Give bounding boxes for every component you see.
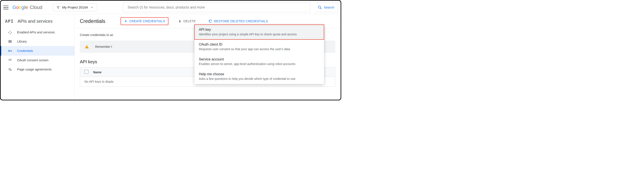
svg-point-13 [9,59,10,60]
dropdown-item-title: API key [199,28,320,32]
svg-rect-8 [11,40,12,43]
sidebar-item-oauth-consent[interactable]: OAuth consent screen [1,56,74,65]
dropdown-item-oauth-client[interactable]: OAuth client ID Requests user consent so… [194,39,324,54]
sidebar-item-library[interactable]: Library [1,37,74,46]
select-all-checkbox[interactable] [84,70,88,74]
delete-button[interactable]: DELETE [175,18,198,25]
project-name: My Project 20104 [62,5,88,9]
create-credentials-button[interactable]: CREATE CREDENTIALS [120,17,168,25]
page-title: Credentials [80,18,105,24]
warning-icon [85,44,89,49]
plus-icon [124,19,128,23]
top-bar: Google Cloud My Project 20104 Search [1,1,340,14]
notice-text: Remember t [95,45,112,48]
search-box[interactable] [123,2,310,12]
dropdown-item-desc: Enables server-to-server, app-level auth… [199,62,320,66]
enabled-apis-icon [8,30,12,34]
project-icon [56,5,60,9]
menu-icon[interactable] [3,5,8,10]
sidebar-item-page-usage[interactable]: Page usage agreements [1,65,74,74]
chevron-down-icon [90,5,94,9]
svg-point-9 [8,50,10,52]
sidebar-item-enabled-apis[interactable]: Enabled APIs and services [1,28,74,37]
dropdown-item-api-key[interactable]: API key Identifies your project using a … [194,25,324,39]
dropdown-item-title: OAuth client ID [199,43,320,46]
select-all-cell [84,70,93,74]
sidebar-header: API APIs and services [1,17,74,28]
agreements-icon [8,67,12,71]
main-area: API APIs and services Enabled APIs and s… [1,14,340,100]
sidebar-title: APIs and services [18,19,52,24]
svg-rect-21 [86,48,87,48]
sidebar-item-label: Page usage agreements [17,68,52,71]
sidebar-item-label: OAuth consent screen [17,58,48,62]
dropdown-item-desc: Requests user consent so that your app c… [199,47,320,51]
create-credentials-dropdown: API key Identifies your project using a … [194,25,324,84]
svg-point-0 [57,6,58,7]
google-wordmark: Google [12,4,28,10]
google-cloud-logo[interactable]: Google Cloud [12,4,42,10]
api-badge-icon: API [5,18,14,24]
svg-point-3 [318,6,321,8]
consent-icon [8,58,12,62]
restore-button[interactable]: RESTORE DELETED CREDENTIALS [206,17,271,25]
sidebar-item-label: Enabled APIs and services [17,30,55,34]
svg-point-2 [58,7,59,8]
delete-label: DELETE [183,19,196,23]
svg-rect-20 [86,46,87,47]
svg-rect-7 [10,40,11,43]
svg-line-4 [320,8,322,9]
svg-point-15 [11,59,12,60]
restore-label: RESTORE DELETED CREDENTIALS [214,19,268,23]
dropdown-item-title: Help me choose [199,72,320,76]
trash-icon [178,19,182,23]
key-icon [8,49,12,53]
search-button[interactable]: Search [314,2,338,12]
sidebar-item-credentials[interactable]: Credentials [1,46,74,56]
restore-icon [208,19,212,23]
sidebar-item-label: Library [17,40,27,43]
svg-point-14 [10,59,10,60]
dropdown-item-desc: Asks a few questions to help you decide … [199,77,320,81]
content: Credentials CREATE CREDENTIALS DELETE RE… [74,14,340,100]
sidebar-item-label: Credentials [17,49,33,53]
create-credentials-label: CREATE CREDENTIALS [129,19,165,23]
sidebar: API APIs and services Enabled APIs and s… [1,14,74,100]
dropdown-item-service-account[interactable]: Service account Enables server-to-server… [194,54,324,69]
library-icon [8,39,12,43]
cloud-wordmark: Cloud [30,4,42,10]
dropdown-item-title: Service account [199,57,320,61]
project-picker[interactable]: My Project 20104 [53,3,97,11]
svg-point-1 [58,6,59,7]
search-input[interactable] [123,5,310,9]
search-button-label: Search [324,5,334,9]
svg-rect-6 [10,40,10,43]
search-icon [318,5,322,9]
dropdown-item-desc: Identifies your project using a simple A… [199,32,320,36]
dropdown-item-help-me-choose[interactable]: Help me choose Asks a few questions to h… [194,69,324,84]
svg-rect-5 [8,40,9,43]
